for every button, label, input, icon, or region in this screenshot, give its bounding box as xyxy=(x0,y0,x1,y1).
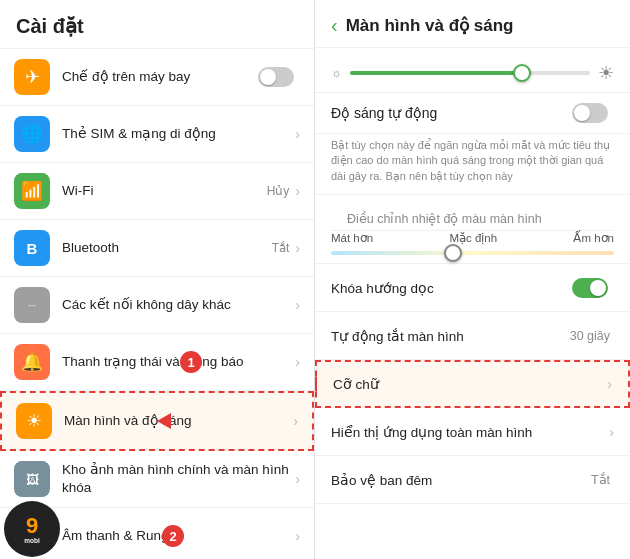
auto-brightness-desc: Bật tùy chọn này để ngăn ngừa mỏi mắt và… xyxy=(315,134,630,195)
color-cool-label: Mát hơn xyxy=(331,231,373,245)
screen-label: Màn hình và độ sáng xyxy=(64,412,293,430)
fullscreen-label: Hiển thị ứng dụng toàn màn hình xyxy=(331,424,609,440)
step-badge-1: 1 xyxy=(180,351,202,373)
more-icon: ··· xyxy=(14,287,50,323)
color-temp-thumb[interactable] xyxy=(444,244,462,262)
color-temp-title: Điều chỉnh nhiệt độ màu màn hình xyxy=(331,203,614,231)
bluetooth-label: Bluetooth xyxy=(62,239,272,257)
right-item-nightmode[interactable]: Bảo vệ ban đêm Tắt xyxy=(315,456,630,504)
settings-list: ✈ Chế độ trên máy bay 🌐 Thẻ SIM & mạng d… xyxy=(0,49,314,559)
screen-icon: ☀ xyxy=(16,403,52,439)
fontsize-label: Cỡ chữ xyxy=(333,376,607,392)
airplane-icon: ✈ xyxy=(14,59,50,95)
rotation-toggle[interactable] xyxy=(572,278,608,298)
arrow-fontsize-icon xyxy=(315,376,317,392)
notif-chevron: › xyxy=(295,354,300,370)
bluetooth-icon: B xyxy=(14,230,50,266)
arrow-screen-icon xyxy=(157,413,171,429)
wifi-chevron: › xyxy=(295,183,300,199)
right-item-auto-off[interactable]: Tự động tắt màn hình 30 giây xyxy=(315,312,630,360)
color-temp-slider[interactable] xyxy=(331,251,614,255)
brightness-fill xyxy=(350,71,518,75)
back-arrow-icon[interactable]: ‹ xyxy=(331,14,338,37)
auto-brightness-label: Độ sáng tự động xyxy=(331,105,572,121)
lock-label: Kho ảnh màn hình chính và màn hình khóa xyxy=(62,461,295,496)
brightness-low-icon: ☼ xyxy=(331,66,342,80)
sim-chevron: › xyxy=(295,126,300,142)
right-item-fontsize[interactable]: Cỡ chữ › xyxy=(315,360,630,408)
sidebar-item-bluetooth[interactable]: B Bluetooth Tắt › xyxy=(0,220,314,277)
wifi-icon: 📶 xyxy=(14,173,50,209)
sidebar-item-airplane[interactable]: ✈ Chế độ trên máy bay xyxy=(0,49,314,106)
lock-icon: 🖼 xyxy=(14,461,50,497)
sidebar-item-screen[interactable]: ☀ Màn hình và độ sáng › xyxy=(0,391,314,451)
right-header: ‹ Màn hình và độ sáng xyxy=(315,0,630,48)
sidebar-item-wifi[interactable]: 📶 Wi-Fi Hủy › xyxy=(0,163,314,220)
rotation-label: Khóa hướng dọc xyxy=(331,280,572,296)
right-item-rotation[interactable]: Khóa hướng dọc xyxy=(315,264,630,312)
wifi-badge: Hủy xyxy=(267,184,290,198)
sidebar-item-lockscreen[interactable]: 🖼 Kho ảnh màn hình chính và màn hình khó… xyxy=(0,451,314,508)
color-default-label: Mặc định xyxy=(449,231,497,245)
right-panel: ‹ Màn hình và độ sáng ☼ ☀ Độ sáng tự độn… xyxy=(315,0,630,559)
bluetooth-chevron: › xyxy=(295,240,300,256)
brightness-high-icon: ☀ xyxy=(598,62,614,84)
color-temp-labels: Mát hơn Mặc định Ấm hơn xyxy=(331,231,614,245)
left-panel: Cài đặt ✈ Chế độ trên máy bay 🌐 Thẻ SIM … xyxy=(0,0,315,559)
sidebar-item-sim[interactable]: 🌐 Thẻ SIM & mạng di động › xyxy=(0,106,314,163)
airplane-label: Chế độ trên máy bay xyxy=(62,68,258,86)
watermark-text: mobi xyxy=(24,537,40,544)
sidebar-item-more-connections[interactable]: ··· Các kết nối không dây khác › xyxy=(0,277,314,334)
left-header: Cài đặt xyxy=(0,0,314,49)
notif-icon: 🔔 xyxy=(14,344,50,380)
lock-chevron: › xyxy=(295,471,300,487)
fontsize-chevron: › xyxy=(607,376,612,392)
watermark: 9 mobi xyxy=(4,501,60,557)
sidebar-item-notifications[interactable]: 🔔 Thanh trạng thái và thông báo › 1 xyxy=(0,334,314,391)
right-title: Màn hình và độ sáng xyxy=(346,15,514,36)
auto-off-label: Tự động tắt màn hình xyxy=(331,328,570,344)
screen-chevron: › xyxy=(293,413,298,429)
airplane-toggle[interactable] xyxy=(258,67,294,87)
sim-label: Thẻ SIM & mạng di động xyxy=(62,125,295,143)
auto-off-value: 30 giây xyxy=(570,329,610,343)
brightness-slider[interactable] xyxy=(350,71,590,75)
color-temp-section: Điều chỉnh nhiệt độ màu màn hình Mát hơn… xyxy=(315,195,630,264)
right-item-fullscreen[interactable]: Hiển thị ứng dụng toàn màn hình › xyxy=(315,408,630,456)
sound-chevron: › xyxy=(295,528,300,544)
auto-brightness-row: Độ sáng tự động xyxy=(315,93,630,134)
auto-brightness-toggle[interactable] xyxy=(572,103,608,123)
nightmode-value: Tắt xyxy=(591,472,610,487)
color-warm-label: Ấm hơn xyxy=(573,231,614,245)
bluetooth-badge: Tắt xyxy=(272,241,290,255)
sim-icon: 🌐 xyxy=(14,116,50,152)
fullscreen-chevron: › xyxy=(609,424,614,440)
brightness-section: ☼ ☀ xyxy=(315,48,630,93)
notif-label: Thanh trạng thái và thông báo xyxy=(62,353,295,371)
right-settings-list: Khóa hướng dọc Tự động tắt màn hình 30 g… xyxy=(315,264,630,559)
more-chevron: › xyxy=(295,297,300,313)
step-badge-2: 2 xyxy=(162,525,184,547)
more-label: Các kết nối không dây khác xyxy=(62,296,295,314)
watermark-number: 9 xyxy=(26,515,38,537)
nightmode-label: Bảo vệ ban đêm xyxy=(331,472,591,488)
brightness-thumb[interactable] xyxy=(513,64,531,82)
wifi-label: Wi-Fi xyxy=(62,182,267,200)
